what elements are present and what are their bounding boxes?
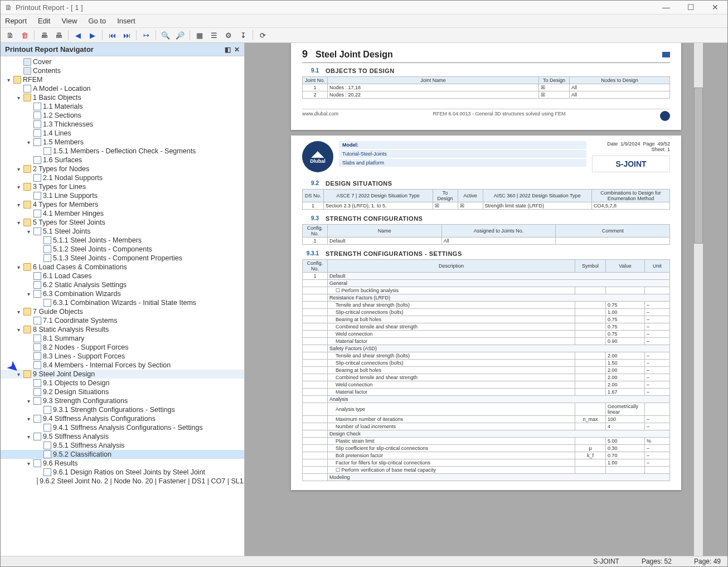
zoom-out-icon[interactable]: 🔎 [174, 29, 186, 41]
table-icon [33, 415, 41, 423]
tree-item[interactable]: 9.5.2 Classification [1, 450, 244, 459]
tree-item[interactable]: 9.4.1 Stiffness Analysis Configurations … [1, 423, 244, 432]
expand-icon[interactable]: ▾ [15, 184, 22, 190]
tree-item[interactable]: Contents [1, 66, 244, 75]
tree-item[interactable]: ▾9.5 Stiffness Analysis [1, 432, 244, 441]
tree-item[interactable]: ▾3 Types for Lines [1, 182, 244, 191]
tree-item[interactable]: ▾5 Types for Steel Joints [1, 218, 244, 227]
tree-item[interactable]: 9.3.1 Strength Configurations - Settings [1, 405, 244, 414]
expand-icon[interactable]: ▾ [15, 327, 22, 333]
menu-goto[interactable]: Go to [88, 17, 106, 25]
tree-item[interactable]: ▾2 Types for Nodes [1, 164, 244, 173]
tree-item[interactable]: 8.1 Summary [1, 334, 244, 343]
expand-icon[interactable]: ▾ [15, 220, 22, 226]
tree-item[interactable]: 1.5.1 Members - Deflection Check - Segme… [1, 147, 244, 156]
export-icon[interactable]: ↧ [237, 29, 249, 41]
tree-item[interactable]: ▾6.3 Combination Wizards [1, 289, 244, 298]
tree-item[interactable]: 1.4 Lines [1, 129, 244, 138]
expand-icon[interactable]: ▾ [15, 264, 22, 270]
expand-icon[interactable]: ▾ [25, 291, 32, 297]
tree-item[interactable]: A Model - Location [1, 84, 244, 93]
zoom-in-icon[interactable]: 🔍 [159, 29, 172, 41]
refresh-icon[interactable]: ⟳ [256, 29, 269, 41]
expand-icon[interactable]: ▾ [5, 77, 12, 83]
maximize-button[interactable]: ☐ [683, 3, 698, 12]
jump-icon[interactable]: ↦ [140, 29, 152, 41]
expand-icon[interactable]: ▾ [25, 434, 32, 440]
scrollbar[interactable] [694, 43, 703, 556]
expand-icon[interactable]: ▾ [25, 398, 32, 404]
navigator-tree[interactable]: CoverContents▾RFEMA Model - Location▾1 B… [1, 56, 244, 556]
tree-item[interactable]: 4.1 Member Hinges [1, 209, 244, 218]
minimize-button[interactable]: — [658, 3, 674, 12]
close-button[interactable]: ✕ [707, 3, 723, 12]
tree-item[interactable]: 8.2 Nodes - Support Forces [1, 343, 244, 352]
tree-item[interactable]: 9.6.1 Design Ratios on Steel Joints by S… [1, 468, 244, 477]
tree-item[interactable]: 9.1 Objects to Design [1, 379, 244, 387]
tree-item[interactable]: ▾9.4 Stiffness Analysis Configurations [1, 414, 244, 423]
prev-icon[interactable]: ◀ [72, 29, 84, 41]
table-icon [33, 103, 41, 110]
tree-item[interactable]: 1.3 Thicknesses [1, 120, 244, 129]
tree-item[interactable]: 8.4 Members - Internal Forces by Section [1, 361, 244, 370]
tree-item[interactable]: 1.1 Materials [1, 102, 244, 111]
last-icon[interactable]: ⏭ [120, 29, 133, 41]
preview-area[interactable]: 9 Steel Joint Design 9.1OBJECTS TO DESIG… [245, 43, 727, 556]
dock-icon[interactable]: ◧ [225, 46, 231, 54]
expand-icon[interactable]: ▾ [15, 309, 22, 315]
tree-item[interactable]: 9.2 Design Situations [1, 387, 244, 396]
close-panel-icon[interactable]: ✕ [234, 46, 240, 54]
expand-icon[interactable]: ▾ [15, 166, 22, 172]
menu-view[interactable]: View [61, 17, 77, 25]
select-icon[interactable]: ☰ [208, 29, 220, 41]
expand-icon[interactable]: ▾ [25, 139, 32, 146]
tree-item[interactable]: ▾5.1 Steel Joints [1, 227, 244, 236]
expand-icon[interactable]: ▾ [15, 371, 22, 377]
tree-item[interactable]: ▾8 Static Analysis Results [1, 325, 244, 334]
tree-item[interactable]: ▾6 Load Cases & Combinations [1, 263, 244, 272]
tree-item[interactable]: ▾9.3 Strength Configurations [1, 396, 244, 405]
delete-icon[interactable]: 🗑 [18, 29, 31, 41]
tree-item[interactable]: 5.1.1 Steel Joints - Members [1, 236, 244, 245]
scroll-thumb[interactable] [694, 88, 703, 244]
tree-item[interactable]: ▾9 Steel Joint Design [1, 370, 244, 379]
tree-item[interactable]: 9.6.2 Steel Joint No. 2 | Node No. 20 | … [1, 477, 244, 486]
tree-item[interactable]: 2.1 Nodal Supports [1, 173, 244, 182]
expand-icon[interactable]: ▾ [25, 229, 32, 235]
tree-item[interactable]: ▾1 Basic Objects [1, 93, 244, 102]
tree-item[interactable]: 5.1.2 Steel Joints - Components [1, 245, 244, 254]
tree-item[interactable]: ▾9.6 Results [1, 459, 244, 468]
tree-item[interactable]: 7.1 Coordinate Systems [1, 316, 244, 325]
tree-item[interactable]: Cover [1, 57, 244, 66]
tree-item[interactable]: ▾RFEM [1, 75, 244, 84]
tree-item[interactable]: 1.6 Surfaces [1, 156, 244, 164]
menu-edit[interactable]: Edit [38, 17, 50, 25]
page-layout-icon[interactable]: ▦ [193, 29, 206, 41]
first-icon[interactable]: ⏮ [106, 29, 118, 41]
expand-icon[interactable]: ▾ [25, 461, 32, 467]
menu-insert[interactable]: Insert [117, 17, 135, 25]
expand-icon[interactable]: ▾ [15, 95, 22, 101]
tree-item[interactable]: 5.1.3 Steel Joints - Component Propertie… [1, 254, 244, 263]
tree-item[interactable]: ▾7 Guide Objects [1, 307, 244, 316]
expand-icon[interactable]: ▾ [15, 202, 22, 208]
col-header: Combinations to Design for Enumeration M… [592, 190, 670, 202]
tree-item[interactable]: 3.1 Line Supports [1, 191, 244, 200]
next-icon[interactable]: ▶ [86, 29, 99, 41]
tree-item[interactable]: ▾4 Types for Members [1, 200, 244, 209]
tree-item[interactable]: 6.3.1 Combination Wizards - Initial Stat… [1, 298, 244, 307]
toolbar: 🗎 🗑 🖶 🖶 ◀ ▶ ⏮ ⏭ ↦ 🔍 🔎 ▦ ☰ ⚙ ↧ ⟳ [1, 28, 727, 43]
status-brand: S-JOINT [593, 558, 619, 565]
tree-item[interactable]: ▾1.5 Members [1, 138, 244, 147]
tree-item[interactable]: 9.5.1 Stiffness Analysis [1, 441, 244, 450]
print-icon[interactable]: 🖶 [38, 29, 50, 41]
settings-icon[interactable]: ⚙ [222, 29, 235, 41]
expand-icon[interactable]: ▾ [25, 416, 32, 422]
tree-item[interactable]: 8.3 Lines - Support Forces [1, 352, 244, 361]
new-icon[interactable]: 🗎 [4, 29, 16, 41]
tree-item[interactable]: 6.2 Static Analysis Settings [1, 280, 244, 289]
tree-item[interactable]: 6.1 Load Cases [1, 272, 244, 280]
tree-item[interactable]: 1.2 Sections [1, 111, 244, 120]
menu-report[interactable]: Report [5, 17, 27, 25]
print-multi-icon[interactable]: 🖶 [52, 29, 65, 41]
